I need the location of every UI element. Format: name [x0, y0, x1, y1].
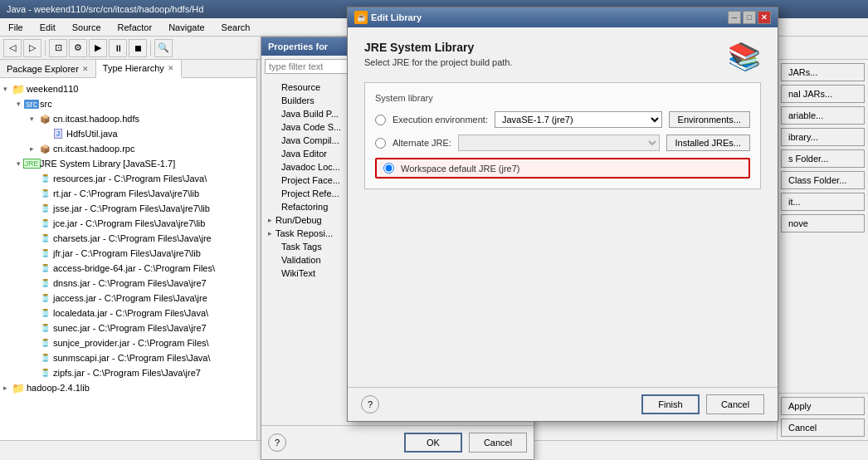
properties-cancel-btn[interactable]: Cancel [469, 433, 527, 453]
tab-package-explorer[interactable]: Package Explorer ✕ [0, 60, 96, 77]
tree-icon-jar: 🫙 [38, 217, 51, 230]
tree-icon-package: 📦 [38, 142, 51, 155]
installed-jres-button[interactable]: Installed JREs... [666, 135, 750, 151]
tree-item[interactable]: 🫙localedata.jar - C:\Program Files\Java\ [0, 306, 256, 321]
menu-refactor[interactable]: Refactor [113, 21, 158, 34]
toolbar-btn-8[interactable]: 🔍 [154, 39, 173, 57]
dialog-header: JRE System Library Select JRE for the pr… [364, 41, 761, 72]
menu-search[interactable]: Search [217, 21, 256, 34]
toolbar-btn-5[interactable]: ▶ [89, 39, 107, 57]
menu-file[interactable]: File [3, 21, 28, 34]
tree-item[interactable]: 📦cn.itcast.hadoop.rpc [0, 141, 256, 156]
tree-item[interactable]: 📁weekend110 [0, 81, 256, 96]
props-item-label: Project Face... [281, 175, 340, 185]
tree-item[interactable]: 📦cn.itcast.hadoop.hdfs [0, 111, 256, 126]
tree-item[interactable]: srcsrc [0, 96, 256, 111]
execution-env-dropdown[interactable]: JavaSE-1.7 (jre7) [495, 111, 662, 128]
tree-item-label: zipfs.jar - C:\Program Files\Java\jre7 [53, 368, 201, 378]
tree-item[interactable]: 🫙jce.jar - C:\Program Files\Java\jre7\li… [0, 216, 256, 231]
tree-item[interactable]: 🫙sunec.jar - C:\Program Files\Java\jre7 [0, 321, 256, 335]
tree-item-label: sunjce_provider.jar - C:\Program Files\ [53, 338, 209, 348]
tree-item[interactable]: 🫙rt.jar - C:\Program Files\Java\jre7\lib [0, 186, 256, 201]
dialog-close-btn[interactable]: ✕ [758, 11, 771, 24]
library-button[interactable]: ibrary... [781, 128, 865, 146]
tree-icon-project: 📁 [12, 82, 25, 95]
tree-icon-jar: 🫙 [38, 262, 51, 275]
menu-navigate[interactable]: Navigate [163, 21, 209, 34]
props-item-label: Refactoring [281, 202, 328, 212]
dialog-finish-btn[interactable]: Finish [641, 394, 700, 414]
tree-icon-package: 📦 [38, 112, 51, 125]
toolbar-btn-2[interactable]: ▷ [23, 39, 41, 57]
properties-help-btn[interactable]: ? [268, 433, 286, 452]
alternate-jre-dropdown[interactable] [458, 135, 660, 151]
dialog-footer: ? Finish Cancel [348, 387, 778, 421]
tree-item[interactable]: 🫙sunmscapi.jar - C:\Program Files\Java\ [0, 350, 256, 365]
tree-item[interactable]: 🫙resources.jar - C:\Program Files\Java\ [0, 171, 256, 186]
dialog-maximize-btn[interactable]: □ [743, 11, 756, 24]
execution-env-row: Execution environment: JavaSE-1.7 (jre7)… [375, 111, 750, 128]
jars-button[interactable]: JARs... [781, 63, 865, 81]
apply-button[interactable]: Apply [781, 397, 865, 415]
class-folder-button[interactable]: Class Folder... [781, 171, 865, 189]
main-cancel-button[interactable]: Cancel [781, 418, 865, 437]
tree-icon-jar: 🫙 [38, 187, 51, 200]
edit-library-dialog: ☕ Edit Library ─ □ ✕ JRE System Library … [347, 7, 778, 422]
dialog-title-left: ☕ Edit Library [354, 11, 422, 24]
tree-item[interactable]: 🫙dnsns.jar - C:\Program Files\Java\jre7 [0, 276, 256, 291]
toolbar-sep-2 [150, 41, 151, 56]
tree-item[interactable]: JREJRE System Library [JavaSE-1.7] [0, 156, 256, 171]
properties-title: Properties for [268, 42, 328, 51]
tree-item[interactable]: JHdfsUtil.java [0, 126, 256, 141]
execution-env-radio[interactable] [375, 115, 386, 125]
menu-edit[interactable]: Edit [35, 21, 61, 34]
dialog-cancel-btn[interactable]: Cancel [706, 394, 764, 414]
dialog-help-btn[interactable]: ? [361, 395, 379, 414]
dialog-minimize-btn[interactable]: ─ [728, 11, 741, 24]
tab-type-hierarchy[interactable]: Type Hierarchy ✕ [96, 60, 182, 78]
source-folder-button[interactable]: s Folder... [781, 149, 865, 168]
package-explorer-close[interactable]: ✕ [82, 65, 89, 73]
tree-item-label: localedata.jar - C:\Program Files\Java\ [53, 308, 208, 318]
type-hierarchy-label: Type Hierarchy [103, 63, 164, 73]
environments-button[interactable]: Environments... [669, 111, 750, 128]
menu-source[interactable]: Source [67, 21, 106, 34]
tree-item[interactable]: 🫙sunjce_provider.jar - C:\Program Files\ [0, 335, 256, 350]
toolbar-btn-1[interactable]: ◁ [3, 39, 22, 57]
toolbar-btn-6[interactable]: ⏸ [109, 39, 127, 57]
variable-button[interactable]: ariable... [781, 106, 865, 125]
tree-icon-jar: 🫙 [38, 276, 51, 290]
tree-item-label: weekend110 [27, 84, 78, 94]
edit-button[interactable]: it... [781, 193, 865, 211]
toolbar-btn-3[interactable]: ⊡ [49, 39, 67, 57]
tree-icon-jar: 🫙 [38, 306, 51, 320]
tree-item-label: cn.itcast.hadoop.hdfs [53, 114, 139, 124]
left-panel: Package Explorer ✕ Type Hierarchy ✕ 📁wee… [0, 60, 257, 440]
props-item-label: Java Build P... [281, 109, 339, 119]
external-jars-button[interactable]: nal JARs... [781, 85, 865, 103]
alternate-jre-label: Alternate JRE: [393, 138, 451, 148]
tree-icon-project: 📁 [12, 381, 25, 394]
tree-item-label: jsse.jar - C:\Program Files\Java\jre7\li… [53, 203, 210, 213]
tree-item[interactable]: 🫙access-bridge-64.jar - C:\Program Files… [0, 261, 256, 276]
properties-ok-btn[interactable]: OK [404, 433, 462, 453]
toolbar-btn-4[interactable]: ⚙ [69, 39, 87, 57]
type-hierarchy-close[interactable]: ✕ [168, 64, 174, 72]
tree-item[interactable]: 📁hadoop-2.4.1lib [0, 380, 256, 395]
right-sidebar: JARs... nal JARs... ariable... ibrary...… [777, 60, 868, 440]
tree-item[interactable]: 🫙zipfs.jar - C:\Program Files\Java\jre7 [0, 365, 256, 380]
tree-icon-jar: 🫙 [38, 366, 51, 379]
alternate-jre-radio[interactable] [375, 138, 386, 149]
tree-arrow [0, 383, 10, 393]
tree-item-label: sunmscapi.jar - C:\Program Files\Java\ [53, 353, 211, 363]
props-arrow: ▸ [268, 229, 272, 237]
tree-item[interactable]: 🫙jsse.jar - C:\Program Files\Java\jre7\l… [0, 201, 256, 216]
tree-arrow [27, 144, 37, 154]
workspace-default-radio[interactable] [383, 163, 394, 174]
tree-item[interactable]: 🫙jfr.jar - C:\Program Files\Java\jre7\li… [0, 246, 256, 261]
tree-item[interactable]: 🫙jaccess.jar - C:\Program Files\Java\jre [0, 291, 256, 306]
tree-item[interactable]: 🫙charsets.jar - C:\Program Files\Java\jr… [0, 231, 256, 246]
toolbar-btn-7[interactable]: ⏹ [129, 39, 147, 57]
remove-button[interactable]: nove [781, 214, 865, 232]
props-item-label: Java Code S... [281, 122, 341, 132]
